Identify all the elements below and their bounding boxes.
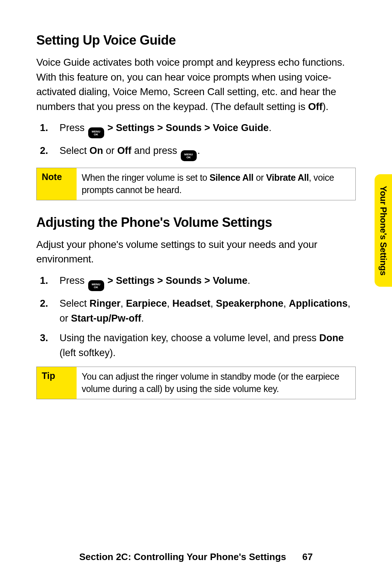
- step-period: .: [269, 122, 271, 133]
- step-text: Press: [60, 275, 87, 286]
- menu-ok-icon: MENUOK: [181, 150, 197, 161]
- step-text: Select: [60, 145, 90, 156]
- note-callout: Note When the ringer volume is set to Si…: [36, 168, 356, 200]
- step-number: 1.: [40, 121, 48, 135]
- steps-volume: 1. Press MENUOK > Settings > Sounds > Vo…: [36, 273, 356, 360]
- side-tab-label: Your Phone's Settings: [378, 186, 388, 275]
- step-2: 2. Select Ringer, Earpiece, Headset, Spe…: [54, 296, 356, 326]
- side-tab: Your Phone's Settings: [375, 174, 392, 287]
- steps-voice-guide: 1. Press MENUOK > Settings > Sounds > Vo…: [36, 121, 356, 161]
- step-text-mid: or: [103, 145, 117, 156]
- step-1: 1. Press MENUOK > Settings > Sounds > Vo…: [54, 273, 356, 291]
- footer-section-title: Section 2C: Controlling Your Phone's Set…: [79, 551, 286, 562]
- off-bold: Off: [117, 145, 131, 156]
- step-number: 1.: [40, 273, 48, 288]
- menu-ok-icon: MENUOK: [88, 280, 104, 291]
- heading-voice-guide: Setting Up Voice Guide: [36, 33, 356, 48]
- speakerphone-bold: Speakerphone: [216, 298, 283, 309]
- startup-bold: Start-up/Pw-off: [71, 313, 141, 324]
- page-footer: Section 2C: Controlling Your Phone's Set…: [0, 551, 392, 563]
- comma: ,: [167, 298, 172, 309]
- intro-off-bold: Off: [308, 101, 323, 112]
- step-text-b: and press: [131, 145, 180, 156]
- menu-ok-icon: MENUOK: [88, 127, 104, 138]
- applications-bold: Applications: [289, 298, 348, 309]
- step-text: Using the navigation key, choose a volum…: [60, 332, 319, 343]
- step-number: 2.: [40, 296, 48, 311]
- ringer-bold: Ringer: [90, 298, 121, 309]
- step-2: 2. Select On or Off and press MENUOK.: [54, 143, 356, 161]
- comma: ,: [283, 298, 289, 309]
- note-text-a: When the ringer volume is set to: [82, 172, 209, 183]
- step-path-bold: > Settings > Sounds > Volume: [105, 275, 248, 286]
- heading-volume-settings: Adjusting the Phone's Volume Settings: [36, 215, 356, 230]
- earpiece-bold: Earpiece: [126, 298, 167, 309]
- vibrate-all-bold: Vibrate All: [266, 172, 309, 183]
- step-text: Select: [60, 298, 90, 309]
- done-bold: Done: [319, 332, 344, 343]
- intro-volume: Adjust your phone's volume settings to s…: [36, 237, 356, 267]
- headset-bold: Headset: [172, 298, 211, 309]
- step-1: 1. Press MENUOK > Settings > Sounds > Vo…: [54, 121, 356, 138]
- tip-body: You can adjust the ringer volume in stan…: [77, 367, 355, 399]
- tip-label: Tip: [37, 367, 77, 399]
- note-body: When the ringer volume is set to Silence…: [77, 168, 355, 200]
- page: Setting Up Voice Guide Voice Guide activ…: [0, 0, 392, 588]
- step-text: Press: [60, 122, 87, 133]
- comma: ,: [211, 298, 216, 309]
- step-path-bold: > Settings > Sounds > Voice Guide: [105, 122, 269, 133]
- step-period: .: [248, 275, 250, 286]
- intro-voice-guide: Voice Guide activates both voice prompt …: [36, 55, 356, 114]
- note-label: Note: [37, 168, 77, 200]
- footer-page-number: 67: [302, 551, 313, 562]
- step-number: 3.: [40, 331, 48, 346]
- on-bold: On: [90, 145, 103, 156]
- step-3: 3. Using the navigation key, choose a vo…: [54, 331, 356, 360]
- step-period: .: [197, 145, 200, 156]
- tip-callout: Tip You can adjust the ringer volume in …: [36, 367, 356, 399]
- intro-text-1: Voice Guide activates both voice prompt …: [36, 57, 345, 112]
- silence-all-bold: Silence All: [209, 172, 253, 183]
- period: .: [141, 313, 144, 324]
- comma: ,: [121, 298, 126, 309]
- intro-text-2: ).: [322, 101, 328, 112]
- step-text-b: (left softkey).: [60, 347, 116, 358]
- note-mid: or: [253, 172, 266, 183]
- step-number: 2.: [40, 143, 48, 158]
